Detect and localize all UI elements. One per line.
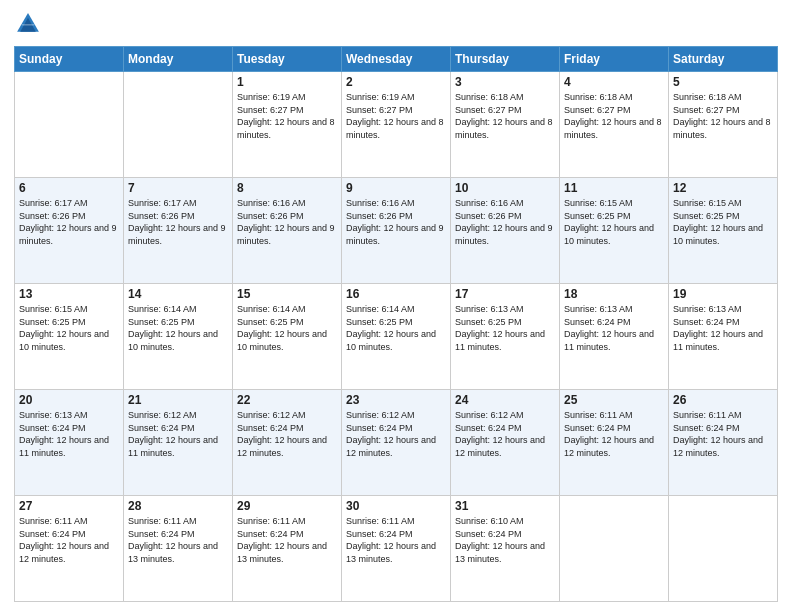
day-info: Sunrise: 6:17 AM Sunset: 6:26 PM Dayligh… <box>128 197 228 247</box>
col-header-thursday: Thursday <box>451 47 560 72</box>
week-row-2: 13Sunrise: 6:15 AM Sunset: 6:25 PM Dayli… <box>15 284 778 390</box>
day-number: 16 <box>346 287 446 301</box>
day-info: Sunrise: 6:12 AM Sunset: 6:24 PM Dayligh… <box>455 409 555 459</box>
day-info: Sunrise: 6:16 AM Sunset: 6:26 PM Dayligh… <box>346 197 446 247</box>
day-number: 17 <box>455 287 555 301</box>
calendar-table: SundayMondayTuesdayWednesdayThursdayFrid… <box>14 46 778 602</box>
day-number: 18 <box>564 287 664 301</box>
day-number: 5 <box>673 75 773 89</box>
day-info: Sunrise: 6:11 AM Sunset: 6:24 PM Dayligh… <box>237 515 337 565</box>
day-cell: 9Sunrise: 6:16 AM Sunset: 6:26 PM Daylig… <box>342 178 451 284</box>
day-cell <box>15 72 124 178</box>
week-row-0: 1Sunrise: 6:19 AM Sunset: 6:27 PM Daylig… <box>15 72 778 178</box>
day-cell: 14Sunrise: 6:14 AM Sunset: 6:25 PM Dayli… <box>124 284 233 390</box>
day-number: 27 <box>19 499 119 513</box>
day-cell: 11Sunrise: 6:15 AM Sunset: 6:25 PM Dayli… <box>560 178 669 284</box>
day-cell: 13Sunrise: 6:15 AM Sunset: 6:25 PM Dayli… <box>15 284 124 390</box>
col-header-wednesday: Wednesday <box>342 47 451 72</box>
day-info: Sunrise: 6:11 AM Sunset: 6:24 PM Dayligh… <box>564 409 664 459</box>
day-info: Sunrise: 6:12 AM Sunset: 6:24 PM Dayligh… <box>128 409 228 459</box>
col-header-monday: Monday <box>124 47 233 72</box>
day-info: Sunrise: 6:10 AM Sunset: 6:24 PM Dayligh… <box>455 515 555 565</box>
day-number: 20 <box>19 393 119 407</box>
day-number: 26 <box>673 393 773 407</box>
day-number: 15 <box>237 287 337 301</box>
logo <box>14 10 46 38</box>
day-cell: 27Sunrise: 6:11 AM Sunset: 6:24 PM Dayli… <box>15 496 124 602</box>
day-number: 23 <box>346 393 446 407</box>
day-cell: 8Sunrise: 6:16 AM Sunset: 6:26 PM Daylig… <box>233 178 342 284</box>
day-cell: 7Sunrise: 6:17 AM Sunset: 6:26 PM Daylig… <box>124 178 233 284</box>
day-cell: 31Sunrise: 6:10 AM Sunset: 6:24 PM Dayli… <box>451 496 560 602</box>
header <box>14 10 778 38</box>
day-info: Sunrise: 6:12 AM Sunset: 6:24 PM Dayligh… <box>237 409 337 459</box>
day-cell: 16Sunrise: 6:14 AM Sunset: 6:25 PM Dayli… <box>342 284 451 390</box>
day-info: Sunrise: 6:18 AM Sunset: 6:27 PM Dayligh… <box>455 91 555 141</box>
day-info: Sunrise: 6:15 AM Sunset: 6:25 PM Dayligh… <box>673 197 773 247</box>
day-info: Sunrise: 6:19 AM Sunset: 6:27 PM Dayligh… <box>346 91 446 141</box>
day-number: 9 <box>346 181 446 195</box>
day-number: 6 <box>19 181 119 195</box>
day-number: 2 <box>346 75 446 89</box>
day-number: 4 <box>564 75 664 89</box>
day-number: 1 <box>237 75 337 89</box>
logo-icon <box>14 10 42 38</box>
calendar-header-row: SundayMondayTuesdayWednesdayThursdayFrid… <box>15 47 778 72</box>
col-header-sunday: Sunday <box>15 47 124 72</box>
day-cell: 6Sunrise: 6:17 AM Sunset: 6:26 PM Daylig… <box>15 178 124 284</box>
col-header-friday: Friday <box>560 47 669 72</box>
col-header-saturday: Saturday <box>669 47 778 72</box>
day-info: Sunrise: 6:11 AM Sunset: 6:24 PM Dayligh… <box>128 515 228 565</box>
day-number: 7 <box>128 181 228 195</box>
day-cell: 10Sunrise: 6:16 AM Sunset: 6:26 PM Dayli… <box>451 178 560 284</box>
day-cell: 18Sunrise: 6:13 AM Sunset: 6:24 PM Dayli… <box>560 284 669 390</box>
day-info: Sunrise: 6:11 AM Sunset: 6:24 PM Dayligh… <box>19 515 119 565</box>
day-cell: 26Sunrise: 6:11 AM Sunset: 6:24 PM Dayli… <box>669 390 778 496</box>
day-number: 21 <box>128 393 228 407</box>
day-cell: 19Sunrise: 6:13 AM Sunset: 6:24 PM Dayli… <box>669 284 778 390</box>
day-number: 31 <box>455 499 555 513</box>
day-number: 30 <box>346 499 446 513</box>
day-cell: 5Sunrise: 6:18 AM Sunset: 6:27 PM Daylig… <box>669 72 778 178</box>
day-cell <box>669 496 778 602</box>
day-number: 8 <box>237 181 337 195</box>
day-cell: 30Sunrise: 6:11 AM Sunset: 6:24 PM Dayli… <box>342 496 451 602</box>
day-number: 29 <box>237 499 337 513</box>
week-row-1: 6Sunrise: 6:17 AM Sunset: 6:26 PM Daylig… <box>15 178 778 284</box>
week-row-4: 27Sunrise: 6:11 AM Sunset: 6:24 PM Dayli… <box>15 496 778 602</box>
day-number: 19 <box>673 287 773 301</box>
day-info: Sunrise: 6:19 AM Sunset: 6:27 PM Dayligh… <box>237 91 337 141</box>
day-cell: 15Sunrise: 6:14 AM Sunset: 6:25 PM Dayli… <box>233 284 342 390</box>
day-info: Sunrise: 6:14 AM Sunset: 6:25 PM Dayligh… <box>128 303 228 353</box>
day-number: 10 <box>455 181 555 195</box>
day-info: Sunrise: 6:14 AM Sunset: 6:25 PM Dayligh… <box>346 303 446 353</box>
svg-rect-2 <box>22 24 34 26</box>
day-cell: 24Sunrise: 6:12 AM Sunset: 6:24 PM Dayli… <box>451 390 560 496</box>
day-info: Sunrise: 6:16 AM Sunset: 6:26 PM Dayligh… <box>455 197 555 247</box>
day-cell: 22Sunrise: 6:12 AM Sunset: 6:24 PM Dayli… <box>233 390 342 496</box>
day-number: 22 <box>237 393 337 407</box>
day-info: Sunrise: 6:14 AM Sunset: 6:25 PM Dayligh… <box>237 303 337 353</box>
day-cell <box>124 72 233 178</box>
day-cell: 23Sunrise: 6:12 AM Sunset: 6:24 PM Dayli… <box>342 390 451 496</box>
week-row-3: 20Sunrise: 6:13 AM Sunset: 6:24 PM Dayli… <box>15 390 778 496</box>
day-info: Sunrise: 6:13 AM Sunset: 6:24 PM Dayligh… <box>564 303 664 353</box>
day-number: 3 <box>455 75 555 89</box>
day-number: 14 <box>128 287 228 301</box>
day-number: 25 <box>564 393 664 407</box>
day-cell: 12Sunrise: 6:15 AM Sunset: 6:25 PM Dayli… <box>669 178 778 284</box>
col-header-tuesday: Tuesday <box>233 47 342 72</box>
day-cell: 4Sunrise: 6:18 AM Sunset: 6:27 PM Daylig… <box>560 72 669 178</box>
day-cell: 25Sunrise: 6:11 AM Sunset: 6:24 PM Dayli… <box>560 390 669 496</box>
day-info: Sunrise: 6:13 AM Sunset: 6:24 PM Dayligh… <box>673 303 773 353</box>
day-cell: 21Sunrise: 6:12 AM Sunset: 6:24 PM Dayli… <box>124 390 233 496</box>
day-info: Sunrise: 6:13 AM Sunset: 6:24 PM Dayligh… <box>19 409 119 459</box>
day-number: 12 <box>673 181 773 195</box>
day-info: Sunrise: 6:17 AM Sunset: 6:26 PM Dayligh… <box>19 197 119 247</box>
day-info: Sunrise: 6:15 AM Sunset: 6:25 PM Dayligh… <box>19 303 119 353</box>
day-cell: 1Sunrise: 6:19 AM Sunset: 6:27 PM Daylig… <box>233 72 342 178</box>
day-number: 13 <box>19 287 119 301</box>
page: SundayMondayTuesdayWednesdayThursdayFrid… <box>0 0 792 612</box>
day-cell: 29Sunrise: 6:11 AM Sunset: 6:24 PM Dayli… <box>233 496 342 602</box>
day-info: Sunrise: 6:18 AM Sunset: 6:27 PM Dayligh… <box>673 91 773 141</box>
